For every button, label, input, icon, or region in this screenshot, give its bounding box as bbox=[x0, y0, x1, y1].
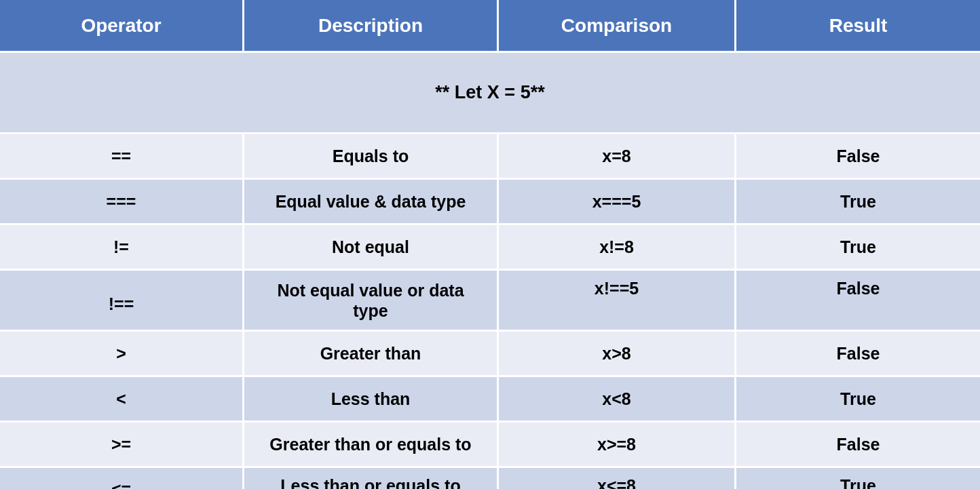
cell-result: False bbox=[736, 423, 980, 468]
cell-description: Greater than bbox=[244, 332, 499, 377]
cell-comparison: x<=8 bbox=[499, 468, 736, 489]
table-row: >= Greater than or equals to x>=8 False bbox=[0, 423, 980, 468]
cell-comparison: x!=8 bbox=[499, 225, 736, 271]
table-row: > Greater than x>8 False bbox=[0, 332, 980, 377]
cell-operator: >= bbox=[0, 423, 244, 468]
table-row: == Equals to x=8 False bbox=[0, 134, 980, 180]
table-row: != Not equal x!=8 True bbox=[0, 225, 980, 271]
note-text: ** Let X = 5** bbox=[0, 53, 980, 134]
comparison-operators-table: Operator Description Comparison Result *… bbox=[0, 0, 980, 489]
cell-comparison: x=8 bbox=[499, 134, 736, 180]
cell-result: False bbox=[736, 332, 980, 377]
table-row: <= Less than or equals to x<=8 True bbox=[0, 468, 980, 489]
table-header-row: Operator Description Comparison Result bbox=[0, 0, 980, 53]
cell-description: Not equal bbox=[244, 225, 499, 271]
header-operator: Operator bbox=[0, 0, 244, 53]
cell-description-line1: Not equal value or data bbox=[277, 281, 464, 300]
table-row: === Equal value & data type x===5 True bbox=[0, 180, 980, 225]
cell-description: Equals to bbox=[244, 134, 499, 180]
cell-description: Less than bbox=[244, 377, 499, 423]
table-row: < Less than x<8 True bbox=[0, 377, 980, 423]
cell-operator: > bbox=[0, 332, 244, 377]
header-comparison: Comparison bbox=[499, 0, 736, 53]
cell-operator: !== bbox=[0, 271, 244, 332]
cell-comparison: x<8 bbox=[499, 377, 736, 423]
cell-description: Greater than or equals to bbox=[244, 423, 499, 468]
note-row: ** Let X = 5** bbox=[0, 53, 980, 134]
cell-result: True bbox=[736, 225, 980, 271]
cell-description: Not equal value or data type bbox=[244, 271, 499, 332]
cell-comparison: x!==5 bbox=[499, 271, 736, 332]
cell-operator: < bbox=[0, 377, 244, 423]
cell-operator: === bbox=[0, 180, 244, 225]
cell-result: False bbox=[736, 271, 980, 332]
cell-comparison: x>=8 bbox=[499, 423, 736, 468]
table-row: !== Not equal value or data type x!==5 F… bbox=[0, 271, 980, 332]
cell-operator: == bbox=[0, 134, 244, 180]
cell-result: True bbox=[736, 468, 980, 489]
cell-operator: != bbox=[0, 225, 244, 271]
header-description: Description bbox=[244, 0, 499, 53]
cell-description-line2: type bbox=[353, 301, 388, 320]
cell-result: True bbox=[736, 377, 980, 423]
cell-comparison: x>8 bbox=[499, 332, 736, 377]
header-result: Result bbox=[736, 0, 980, 53]
cell-operator: <= bbox=[0, 468, 244, 489]
cell-comparison: x===5 bbox=[499, 180, 736, 225]
cell-description: Less than or equals to bbox=[244, 468, 499, 489]
cell-description: Equal value & data type bbox=[244, 180, 499, 225]
cell-result: True bbox=[736, 180, 980, 225]
cell-result: False bbox=[736, 134, 980, 180]
